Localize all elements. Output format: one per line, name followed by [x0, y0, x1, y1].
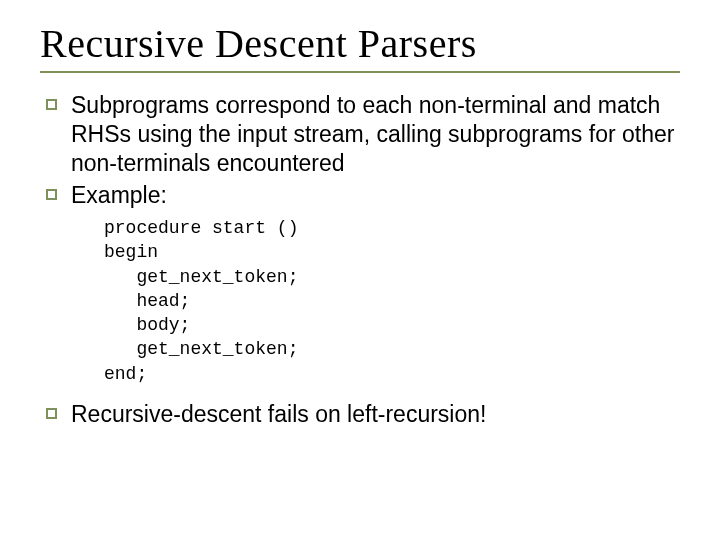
bullet-list: Subprograms correspond to each non-termi… [40, 91, 680, 210]
code-line: body; [104, 315, 190, 335]
title-underline [40, 71, 680, 73]
list-item: Recursive-descent fails on left-recursio… [40, 400, 680, 429]
code-line: end; [104, 364, 147, 384]
square-bullet-icon [46, 408, 57, 419]
code-line: begin [104, 242, 158, 262]
bullet-text: Example: [71, 181, 167, 210]
page-title: Recursive Descent Parsers [40, 20, 680, 67]
list-item: Subprograms correspond to each non-termi… [40, 91, 680, 177]
code-line: head; [104, 291, 190, 311]
code-line: get_next_token; [104, 339, 298, 359]
square-bullet-icon [46, 99, 57, 110]
code-line: get_next_token; [104, 267, 298, 287]
bullet-list: Recursive-descent fails on left-recursio… [40, 400, 680, 429]
bullet-text: Recursive-descent fails on left-recursio… [71, 400, 486, 429]
code-block: procedure start () begin get_next_token;… [104, 216, 680, 386]
slide: Recursive Descent Parsers Subprograms co… [0, 0, 720, 540]
square-bullet-icon [46, 189, 57, 200]
list-item: Example: [40, 181, 680, 210]
code-line: procedure start () [104, 218, 298, 238]
bullet-text: Subprograms correspond to each non-termi… [71, 91, 680, 177]
